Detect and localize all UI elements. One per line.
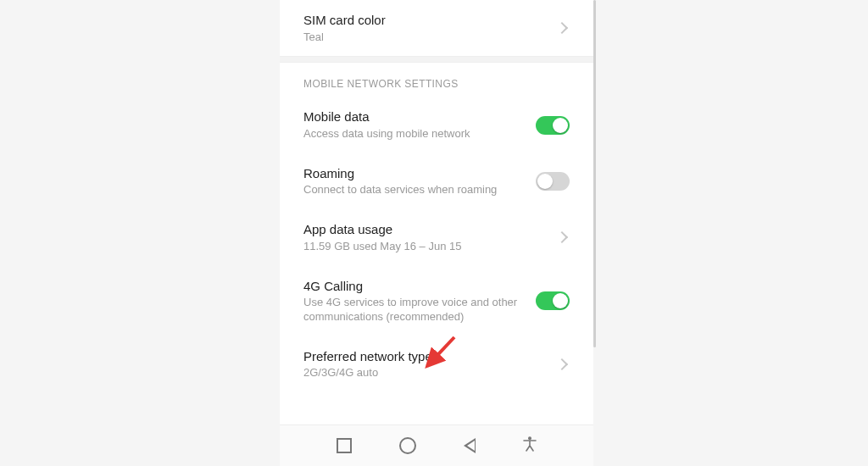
row-sim-card-color[interactable]: SIM card color Teal — [280, 0, 593, 56]
4g-calling-title: 4G Calling — [303, 278, 536, 295]
row-app-data-usage[interactable]: App data usage 11.59 GB used May 16 – Ju… — [280, 209, 593, 265]
row-preferred-network-type[interactable]: Preferred network type 2G/3G/4G auto — [280, 336, 593, 392]
mobile-data-title: Mobile data — [303, 108, 536, 125]
app-data-sub: 11.59 GB used May 16 – Jun 15 — [303, 240, 558, 254]
row-roaming[interactable]: Roaming Connect to data services when ro… — [280, 153, 593, 209]
row-mobile-data[interactable]: Mobile data Access data using mobile net… — [280, 97, 593, 153]
4g-calling-toggle[interactable] — [536, 291, 570, 310]
accessibility-icon[interactable] — [523, 436, 537, 456]
app-data-title: App data usage — [303, 221, 558, 238]
sim-color-value: Teal — [303, 31, 558, 45]
preferred-sub: 2G/3G/4G auto — [303, 366, 558, 380]
scrollbar[interactable] — [593, 0, 596, 347]
chevron-right-icon — [556, 231, 568, 243]
roaming-toggle[interactable] — [536, 172, 570, 191]
home-icon[interactable] — [399, 437, 416, 454]
sim-color-title: SIM card color — [303, 12, 558, 29]
back-icon[interactable] — [464, 438, 476, 453]
roaming-title: Roaming — [303, 165, 536, 182]
row-4g-calling[interactable]: 4G Calling Use 4G services to improve vo… — [280, 266, 593, 336]
4g-calling-sub: Use 4G services to improve voice and oth… — [303, 296, 536, 325]
preferred-title: Preferred network type — [303, 348, 558, 365]
mobile-data-toggle[interactable] — [536, 116, 570, 135]
section-header: MOBILE NETWORK SETTINGS — [280, 63, 593, 97]
mobile-data-sub: Access data using mobile network — [303, 127, 536, 141]
android-navbar — [280, 424, 593, 466]
recent-apps-icon[interactable] — [337, 438, 352, 453]
roaming-sub: Connect to data services when roaming — [303, 183, 536, 197]
svg-point-0 — [528, 436, 531, 440]
chevron-right-icon — [556, 358, 568, 370]
section-divider — [280, 56, 593, 63]
settings-screen: SIM card color Teal MOBILE NETWORK SETTI… — [280, 0, 593, 466]
chevron-right-icon — [556, 22, 568, 34]
